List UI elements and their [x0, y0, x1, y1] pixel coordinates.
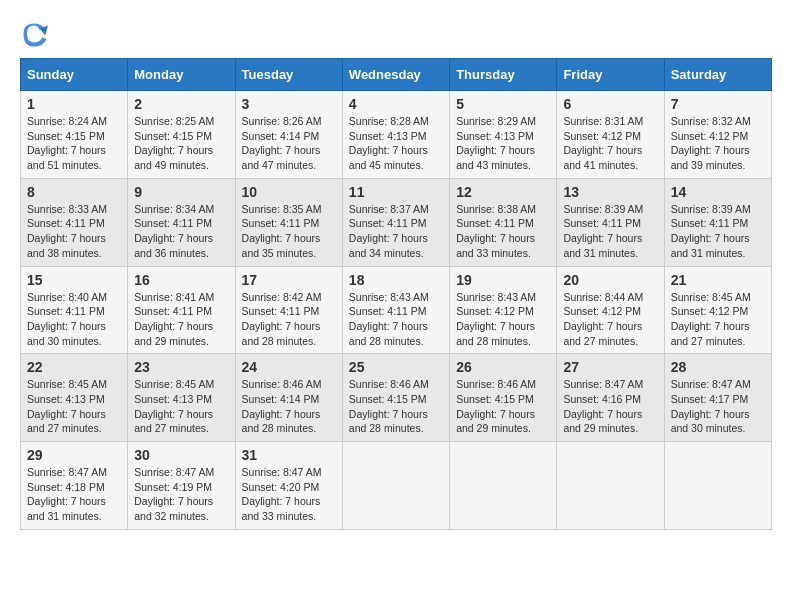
calendar-cell: 6Sunrise: 8:31 AMSunset: 4:12 PMDaylight… [557, 91, 664, 179]
calendar-cell: 19Sunrise: 8:43 AMSunset: 4:12 PMDayligh… [450, 266, 557, 354]
day-number: 17 [242, 272, 336, 288]
calendar-cell: 3Sunrise: 8:26 AMSunset: 4:14 PMDaylight… [235, 91, 342, 179]
calendar-cell: 7Sunrise: 8:32 AMSunset: 4:12 PMDaylight… [664, 91, 771, 179]
day-number: 24 [242, 359, 336, 375]
day-info: Sunrise: 8:47 AMSunset: 4:18 PMDaylight:… [27, 465, 121, 524]
day-info: Sunrise: 8:25 AMSunset: 4:15 PMDaylight:… [134, 114, 228, 173]
day-number: 1 [27, 96, 121, 112]
calendar-cell: 28Sunrise: 8:47 AMSunset: 4:17 PMDayligh… [664, 354, 771, 442]
day-number: 11 [349, 184, 443, 200]
day-number: 18 [349, 272, 443, 288]
day-number: 3 [242, 96, 336, 112]
header-day-tuesday: Tuesday [235, 59, 342, 91]
calendar-cell: 24Sunrise: 8:46 AMSunset: 4:14 PMDayligh… [235, 354, 342, 442]
day-number: 21 [671, 272, 765, 288]
day-number: 22 [27, 359, 121, 375]
calendar-cell: 9Sunrise: 8:34 AMSunset: 4:11 PMDaylight… [128, 178, 235, 266]
calendar-cell: 17Sunrise: 8:42 AMSunset: 4:11 PMDayligh… [235, 266, 342, 354]
day-info: Sunrise: 8:47 AMSunset: 4:16 PMDaylight:… [563, 377, 657, 436]
page-header [20, 20, 772, 48]
day-info: Sunrise: 8:28 AMSunset: 4:13 PMDaylight:… [349, 114, 443, 173]
day-number: 26 [456, 359, 550, 375]
calendar-cell: 2Sunrise: 8:25 AMSunset: 4:15 PMDaylight… [128, 91, 235, 179]
day-number: 4 [349, 96, 443, 112]
calendar-cell: 23Sunrise: 8:45 AMSunset: 4:13 PMDayligh… [128, 354, 235, 442]
day-number: 14 [671, 184, 765, 200]
day-number: 27 [563, 359, 657, 375]
calendar-cell: 29Sunrise: 8:47 AMSunset: 4:18 PMDayligh… [21, 442, 128, 530]
day-info: Sunrise: 8:39 AMSunset: 4:11 PMDaylight:… [671, 202, 765, 261]
calendar-cell: 12Sunrise: 8:38 AMSunset: 4:11 PMDayligh… [450, 178, 557, 266]
day-number: 30 [134, 447, 228, 463]
calendar-cell: 8Sunrise: 8:33 AMSunset: 4:11 PMDaylight… [21, 178, 128, 266]
day-number: 2 [134, 96, 228, 112]
header-day-friday: Friday [557, 59, 664, 91]
day-info: Sunrise: 8:47 AMSunset: 4:19 PMDaylight:… [134, 465, 228, 524]
day-info: Sunrise: 8:43 AMSunset: 4:11 PMDaylight:… [349, 290, 443, 349]
calendar-cell: 30Sunrise: 8:47 AMSunset: 4:19 PMDayligh… [128, 442, 235, 530]
calendar-cell: 14Sunrise: 8:39 AMSunset: 4:11 PMDayligh… [664, 178, 771, 266]
calendar-header-row: SundayMondayTuesdayWednesdayThursdayFrid… [21, 59, 772, 91]
day-info: Sunrise: 8:32 AMSunset: 4:12 PMDaylight:… [671, 114, 765, 173]
day-number: 19 [456, 272, 550, 288]
calendar-cell: 22Sunrise: 8:45 AMSunset: 4:13 PMDayligh… [21, 354, 128, 442]
calendar-week-3: 15Sunrise: 8:40 AMSunset: 4:11 PMDayligh… [21, 266, 772, 354]
calendar-week-1: 1Sunrise: 8:24 AMSunset: 4:15 PMDaylight… [21, 91, 772, 179]
day-info: Sunrise: 8:31 AMSunset: 4:12 PMDaylight:… [563, 114, 657, 173]
day-number: 10 [242, 184, 336, 200]
day-number: 7 [671, 96, 765, 112]
day-number: 31 [242, 447, 336, 463]
day-info: Sunrise: 8:46 AMSunset: 4:15 PMDaylight:… [349, 377, 443, 436]
day-info: Sunrise: 8:34 AMSunset: 4:11 PMDaylight:… [134, 202, 228, 261]
day-number: 8 [27, 184, 121, 200]
calendar-cell [450, 442, 557, 530]
calendar-cell: 10Sunrise: 8:35 AMSunset: 4:11 PMDayligh… [235, 178, 342, 266]
day-number: 6 [563, 96, 657, 112]
day-info: Sunrise: 8:43 AMSunset: 4:12 PMDaylight:… [456, 290, 550, 349]
day-info: Sunrise: 8:35 AMSunset: 4:11 PMDaylight:… [242, 202, 336, 261]
calendar-cell: 27Sunrise: 8:47 AMSunset: 4:16 PMDayligh… [557, 354, 664, 442]
day-number: 13 [563, 184, 657, 200]
day-number: 5 [456, 96, 550, 112]
day-number: 28 [671, 359, 765, 375]
day-info: Sunrise: 8:46 AMSunset: 4:15 PMDaylight:… [456, 377, 550, 436]
calendar-week-2: 8Sunrise: 8:33 AMSunset: 4:11 PMDaylight… [21, 178, 772, 266]
calendar-cell: 16Sunrise: 8:41 AMSunset: 4:11 PMDayligh… [128, 266, 235, 354]
day-info: Sunrise: 8:38 AMSunset: 4:11 PMDaylight:… [456, 202, 550, 261]
calendar-cell [664, 442, 771, 530]
day-number: 16 [134, 272, 228, 288]
day-number: 29 [27, 447, 121, 463]
calendar-cell: 26Sunrise: 8:46 AMSunset: 4:15 PMDayligh… [450, 354, 557, 442]
day-info: Sunrise: 8:33 AMSunset: 4:11 PMDaylight:… [27, 202, 121, 261]
calendar-cell: 20Sunrise: 8:44 AMSunset: 4:12 PMDayligh… [557, 266, 664, 354]
calendar-week-4: 22Sunrise: 8:45 AMSunset: 4:13 PMDayligh… [21, 354, 772, 442]
calendar-cell: 31Sunrise: 8:47 AMSunset: 4:20 PMDayligh… [235, 442, 342, 530]
day-info: Sunrise: 8:45 AMSunset: 4:13 PMDaylight:… [27, 377, 121, 436]
day-number: 9 [134, 184, 228, 200]
day-number: 23 [134, 359, 228, 375]
calendar-cell: 4Sunrise: 8:28 AMSunset: 4:13 PMDaylight… [342, 91, 449, 179]
day-info: Sunrise: 8:39 AMSunset: 4:11 PMDaylight:… [563, 202, 657, 261]
day-info: Sunrise: 8:26 AMSunset: 4:14 PMDaylight:… [242, 114, 336, 173]
calendar-cell: 1Sunrise: 8:24 AMSunset: 4:15 PMDaylight… [21, 91, 128, 179]
calendar-cell: 11Sunrise: 8:37 AMSunset: 4:11 PMDayligh… [342, 178, 449, 266]
day-number: 12 [456, 184, 550, 200]
day-info: Sunrise: 8:42 AMSunset: 4:11 PMDaylight:… [242, 290, 336, 349]
header-day-saturday: Saturday [664, 59, 771, 91]
day-info: Sunrise: 8:40 AMSunset: 4:11 PMDaylight:… [27, 290, 121, 349]
day-number: 15 [27, 272, 121, 288]
header-day-wednesday: Wednesday [342, 59, 449, 91]
day-info: Sunrise: 8:41 AMSunset: 4:11 PMDaylight:… [134, 290, 228, 349]
calendar-cell: 13Sunrise: 8:39 AMSunset: 4:11 PMDayligh… [557, 178, 664, 266]
day-info: Sunrise: 8:29 AMSunset: 4:13 PMDaylight:… [456, 114, 550, 173]
calendar-cell: 5Sunrise: 8:29 AMSunset: 4:13 PMDaylight… [450, 91, 557, 179]
calendar-cell: 25Sunrise: 8:46 AMSunset: 4:15 PMDayligh… [342, 354, 449, 442]
day-info: Sunrise: 8:45 AMSunset: 4:12 PMDaylight:… [671, 290, 765, 349]
header-day-monday: Monday [128, 59, 235, 91]
header-day-sunday: Sunday [21, 59, 128, 91]
calendar-cell [557, 442, 664, 530]
day-info: Sunrise: 8:45 AMSunset: 4:13 PMDaylight:… [134, 377, 228, 436]
day-number: 20 [563, 272, 657, 288]
calendar-table: SundayMondayTuesdayWednesdayThursdayFrid… [20, 58, 772, 530]
calendar-week-5: 29Sunrise: 8:47 AMSunset: 4:18 PMDayligh… [21, 442, 772, 530]
